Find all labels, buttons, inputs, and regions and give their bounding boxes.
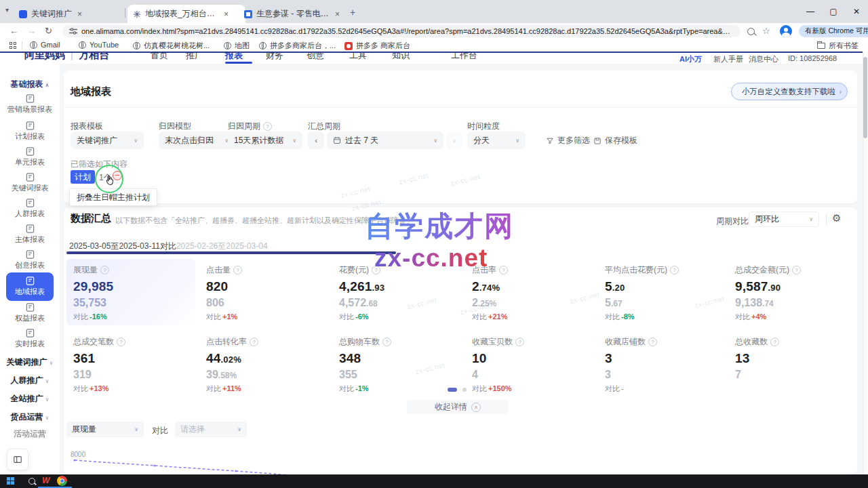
newbie-manual-link[interactable]: 新人手册 — [713, 54, 743, 64]
help-icon[interactable]: ? — [382, 338, 391, 346]
message-center-link[interactable]: 消息中心 — [749, 54, 778, 64]
sidebar-item-marketing-scene-report[interactable]: 营销场景报表 — [0, 94, 60, 115]
collapse-details-button[interactable]: 收起详情∧ — [407, 400, 509, 414]
period-compare-select[interactable]: 周环比∨ — [749, 211, 819, 227]
window-minimize-button[interactable]: — — [799, 0, 822, 23]
sidebar-group-sitewide-promotion[interactable]: 全站推广∨ — [0, 393, 60, 405]
apps-grid-icon[interactable] — [9, 42, 16, 49]
help-icon[interactable]: ? — [670, 266, 679, 274]
bookmark-item[interactable]: 拼多多 商家后台 — [344, 41, 410, 51]
nav-creative[interactable]: 创意 — [307, 53, 324, 62]
nav-promotion[interactable]: 推广 — [186, 53, 203, 62]
bookmark-item[interactable]: 拼多多商家后台，... — [259, 41, 336, 51]
ai-xiaowan-link[interactable]: AI小万 — [679, 54, 702, 64]
zoom-icon[interactable] — [747, 28, 755, 35]
help-icon[interactable]: ? — [100, 266, 109, 274]
time-granularity-select[interactable]: 分天∨ — [467, 131, 526, 149]
bookmark-gmail[interactable]: Gmail — [30, 41, 60, 49]
metric-card-total-favorites[interactable]: 总收藏数? 13 7 — [728, 331, 857, 397]
nav-tools[interactable]: 工具 — [349, 53, 367, 62]
tab-close-icon[interactable]: × — [77, 9, 82, 19]
browser-tab-1[interactable]: 关键词推广 × — [14, 5, 134, 23]
wps-taskbar-icon[interactable]: W — [42, 476, 50, 485]
help-icon[interactable]: ? — [770, 338, 779, 346]
sidebar-group-audience-promotion[interactable]: 人群推广∨ — [0, 375, 60, 386]
help-icon[interactable]: ? — [117, 338, 125, 346]
site-settings-icon[interactable] — [69, 28, 77, 35]
back-icon[interactable]: ← — [9, 26, 18, 36]
help-icon[interactable]: ? — [499, 266, 508, 274]
sidebar-item-region-report-active[interactable]: 地域报表 — [6, 272, 54, 301]
sidebar-item-subject-report[interactable]: 主体报表 — [0, 224, 60, 245]
help-icon[interactable]: ? — [250, 338, 258, 346]
browser-menu-icon[interactable]: ⋮ — [857, 26, 865, 35]
window-close-button[interactable]: ✕ — [845, 0, 868, 23]
metric-card-total-orders[interactable]: 总成交笔数? 361 319 对比+13% — [66, 331, 195, 397]
metric-card-shop-favorites[interactable]: 收藏店铺数? 3 3 对比- — [598, 331, 727, 397]
metric-card-cvr[interactable]: 点击转化率? 44.02% 39.58% 对比+11% — [199, 331, 328, 397]
period-previous-button[interactable]: ‹ — [308, 131, 324, 149]
sidebar-item-realtime-report[interactable]: 实时报表 — [0, 328, 60, 349]
metric-card-impressions[interactable]: 展现量? 29,985 35,753 对比-16% — [66, 259, 195, 325]
save-template-button[interactable]: 保存模板 — [593, 135, 637, 146]
nav-finance[interactable]: 财务 — [266, 53, 283, 62]
report-template-select[interactable]: 关键词推广∨ — [71, 131, 144, 149]
bookmark-youtube[interactable]: YouTube — [79, 41, 119, 49]
chart-metric-select[interactable]: 展现量∨ — [66, 422, 144, 437]
nav-workbench[interactable]: 工作台 — [451, 53, 477, 62]
sidebar-item-audience-report[interactable]: 人群报表 — [0, 198, 60, 219]
attribution-period-select[interactable]: 15天累计数据∨ — [228, 131, 302, 149]
gear-icon[interactable]: ⚙ — [832, 212, 841, 224]
nav-report-active[interactable]: 报表 — [225, 53, 243, 62]
metric-card-avg-cpc[interactable]: 平均点击花费(元)? 5.20 5.67 对比-8% — [598, 259, 727, 325]
metric-card-clicks[interactable]: 点击量? 820 806 对比+1% — [199, 259, 328, 325]
profile-avatar[interactable] — [780, 25, 792, 37]
pagination-dot[interactable] — [462, 388, 467, 392]
xiaowan-download-banner[interactable]: 小万自定义查数支持下载啦 › — [731, 83, 848, 100]
help-icon[interactable]: ? — [263, 122, 272, 131]
address-bar[interactable]: one.alimama.com/index.html?spm=a21dvs.28… — [62, 25, 741, 37]
pagination-dot-active[interactable] — [448, 388, 457, 392]
sidebar-item-keyword-report[interactable]: 关键词报表 — [0, 172, 60, 193]
bookmark-item[interactable]: 地图 — [224, 41, 250, 51]
start-button-icon[interactable] — [7, 477, 15, 485]
bookmark-star-icon[interactable]: ☆ — [762, 26, 770, 36]
chrome-taskbar-icon[interactable] — [57, 476, 67, 486]
tab-search-icon[interactable]: ▾ — [5, 6, 9, 14]
sidebar-section-basic-reports[interactable]: 基础报表∧ — [0, 79, 60, 90]
period-next-button[interactable]: › — [446, 131, 462, 149]
sidebar-item-creative-report[interactable]: 创意报表 — [0, 249, 60, 270]
tab-close-icon[interactable]: × — [335, 9, 340, 19]
chart-compare-select[interactable]: 请选择∨ — [175, 422, 247, 437]
browser-tab-3[interactable]: 生意参谋 - 零售电商大数据产… × — [239, 5, 350, 23]
sidebar-item-rights-report[interactable]: 权益报表 — [0, 302, 60, 323]
sidebar-group-activity-operation[interactable]: 活动运营 — [0, 428, 60, 440]
date-range-select[interactable]: 过去 7 天∨ — [327, 131, 443, 149]
cards-pagination[interactable] — [448, 388, 467, 392]
plan-filter-tag[interactable]: 计划 — [71, 170, 95, 184]
nav-knowledge[interactable]: 知识 — [392, 53, 410, 62]
browser-tab-2-active[interactable]: 地域报表_万相台无界版 × — [127, 5, 245, 23]
new-tab-button[interactable]: + — [350, 7, 355, 18]
reload-icon[interactable]: ↻ — [45, 26, 52, 36]
more-filters-button[interactable]: 更多筛选 — [546, 135, 590, 146]
help-icon[interactable]: ? — [233, 266, 242, 274]
sidebar-group-goods-operation[interactable]: 货品运营∨ — [0, 411, 60, 423]
tab-close-icon[interactable]: × — [224, 9, 229, 19]
bookmark-item[interactable]: 仿真樱花树桃花树... — [133, 41, 210, 51]
help-icon[interactable]: ? — [648, 338, 657, 346]
taskbar-search-icon[interactable] — [28, 478, 35, 485]
metric-card-total-gmv[interactable]: 总成交金额(元)? 9,587.90 9,138.74 对比+4% — [728, 259, 857, 325]
attribution-model-select[interactable]: 末次点击归因∨ — [159, 131, 235, 149]
forward-icon[interactable]: → — [27, 26, 36, 36]
sidebar-item-unit-report[interactable]: 单元报表 — [0, 146, 60, 167]
sidebar-item-plan-report[interactable]: 计划报表 — [0, 121, 60, 142]
page-scrollbar-thumb[interactable] — [863, 57, 867, 138]
sidebar-group-keyword-promotion[interactable]: 关键词推广∨ — [0, 357, 60, 368]
window-maximize-button[interactable]: ▢ — [822, 0, 845, 23]
help-icon[interactable]: ? — [792, 266, 801, 274]
sidebar-collapse-button[interactable] — [7, 449, 28, 470]
all-bookmarks-button[interactable]: 所有书签 — [817, 41, 859, 51]
nav-home[interactable]: 首页 — [151, 53, 168, 62]
help-icon[interactable]: ? — [515, 338, 524, 346]
